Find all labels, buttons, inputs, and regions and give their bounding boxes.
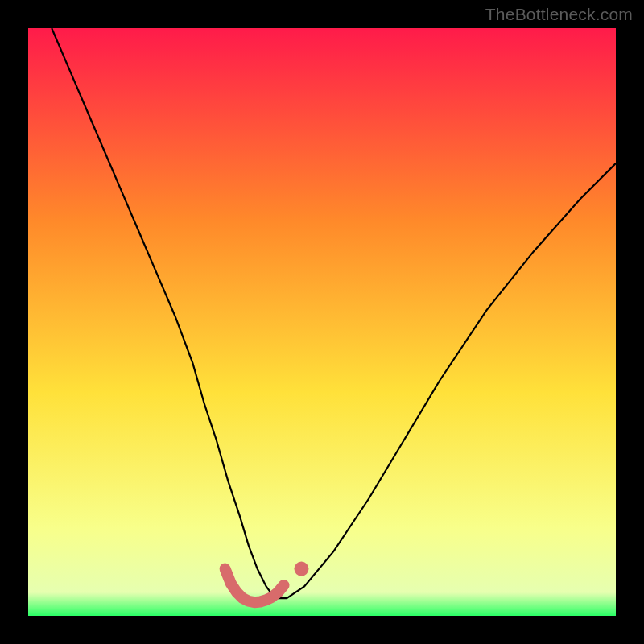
plot-svg xyxy=(28,28,616,616)
highlight-dot xyxy=(294,562,308,576)
gradient-background xyxy=(28,28,616,616)
chart-container: TheBottleneck.com xyxy=(0,0,644,644)
watermark-text: TheBottleneck.com xyxy=(485,5,633,24)
plot-area xyxy=(28,28,616,616)
